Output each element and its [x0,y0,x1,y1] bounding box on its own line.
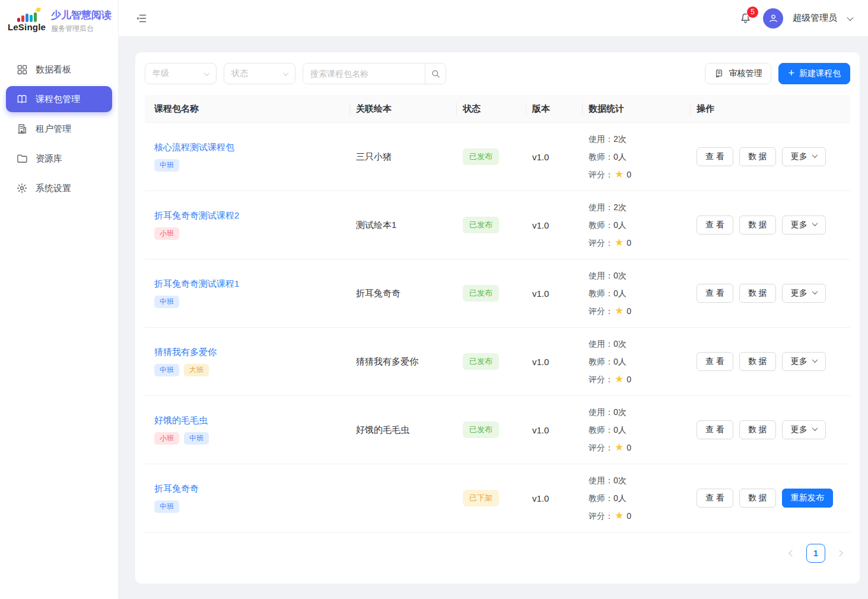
status-cell: 已发布 [463,285,532,302]
package-name-cell: 猜猜我有多爱你 中班大班 [145,347,356,377]
more-button[interactable]: 更多 [782,147,826,166]
menu-fold-icon[interactable] [133,10,150,27]
related-book: 三只小猪 [356,151,463,163]
avatar[interactable] [763,8,783,28]
rating-value: 0 [627,302,631,320]
more-button[interactable]: 更多 [782,215,826,234]
next-page-button[interactable] [837,551,842,556]
data-button[interactable]: 数 据 [739,420,776,439]
rating-value: 0 [627,166,631,183]
search-button[interactable] [425,64,446,84]
gear-icon [16,182,28,194]
course-package-link[interactable]: 折耳兔奇奇 [154,483,199,495]
version: v1.0 [532,289,589,299]
grade-select[interactable]: 年级 [145,63,217,84]
search-icon [431,69,441,79]
sidebar-item-tenants[interactable]: 租户管理 [6,116,112,142]
status-cell: 已发布 [463,148,532,165]
related-book: 好饿的毛毛虫 [356,424,463,436]
stats-cell: 使用：2次 教师：0人 评分：★0 [589,198,697,252]
action-buttons: 查 看数 据更多 [697,352,850,371]
republish-button[interactable]: 重新发布 [782,489,833,508]
stats-cell: 使用：0次 教师：0人 评分：★0 [589,267,697,320]
view-button[interactable]: 查 看 [697,147,733,166]
more-button[interactable]: 更多 [782,284,826,303]
star-icon: ★ [615,166,624,183]
top-bar: 5 超级管理员 [119,0,868,37]
related-book: 折耳兔奇奇 [356,288,463,299]
user-name[interactable]: 超级管理员 [793,12,837,24]
usage-value: 0次 [613,335,627,353]
table-row: 折耳兔奇奇 中班 已下架 v1.0 使用：0次 教师：0人 评分：★0 查 看数… [145,464,850,533]
status-badge: 已发布 [463,148,499,165]
star-icon: ★ [615,439,624,457]
table-row: 折耳兔奇奇测试课程2 小班 测试绘本1 已发布 v1.0 使用：2次 教师：0人… [145,191,850,259]
action-buttons: 查 看数 据更多 [697,284,850,303]
data-button[interactable]: 数 据 [739,215,776,234]
rating-label: 评分： [589,166,613,183]
version: v1.0 [532,152,589,162]
course-package-link[interactable]: 折耳兔奇奇测试课程2 [154,210,239,221]
status-cell: 已发布 [463,217,532,233]
sidebar-item-label: 课程包管理 [36,94,80,105]
search-input[interactable] [303,64,425,84]
more-button[interactable]: 更多 [782,352,826,371]
table-row: 折耳兔奇奇测试课程1 中班 折耳兔奇奇 已发布 v1.0 使用：0次 教师：0人… [145,259,850,328]
package-name-cell: 折耳兔奇奇测试课程2 小班 [145,210,356,240]
page-number-current[interactable]: 1 [806,544,825,563]
more-button[interactable]: 更多 [782,420,826,439]
sidebar-item-course-packages[interactable]: 课程包管理 [6,86,112,112]
data-button[interactable]: 数 据 [739,284,776,303]
sidebar-item-label: 资源库 [36,153,62,164]
teachers-label: 教师： [589,489,613,507]
data-button[interactable]: 数 据 [739,352,776,371]
status-select-value: 状态 [231,68,248,79]
chevron-down-icon [812,289,818,294]
view-button[interactable]: 查 看 [697,420,733,439]
sidebar-item-label: 租户管理 [36,123,71,135]
status-badge: 已发布 [463,421,499,438]
course-package-link[interactable]: 猜猜我有多爱你 [154,347,217,358]
view-button[interactable]: 查 看 [697,284,733,303]
course-package-link[interactable]: 折耳兔奇奇测试课程1 [154,278,239,290]
course-package-panel: 年级 状态 审核管理 [135,52,860,584]
create-package-label: 新建课程包 [799,68,841,79]
rating-value: 0 [627,507,631,525]
usage-label: 使用： [589,403,613,421]
status-select[interactable]: 状态 [224,63,295,84]
teachers-label: 教师： [589,421,613,439]
view-button[interactable]: 查 看 [697,215,733,234]
view-button[interactable]: 查 看 [697,352,733,371]
status-cell: 已发布 [463,421,532,438]
course-package-link[interactable]: 核心流程测试课程包 [154,142,234,153]
chevron-down-icon[interactable] [847,14,853,20]
chevron-down-icon [283,70,289,76]
course-package-link[interactable]: 好饿的毛毛虫 [154,415,208,426]
sidebar-nav: 数据看板 课程包管理 租户管理 资源库 系统设置 [0,42,118,203]
table-row: 核心流程测试课程包 中班 三只小猪 已发布 v1.0 使用：2次 教师：0人 评… [145,123,850,191]
view-button[interactable]: 查 看 [697,489,733,508]
status-badge: 已下架 [463,490,499,506]
related-book: 猜猜我有多爱你 [356,356,463,367]
teachers-value: 0人 [613,353,627,370]
prev-page-button[interactable] [790,551,794,556]
sidebar-item-settings[interactable]: 系统设置 [6,175,112,201]
tag-list: 中班 [154,159,356,172]
data-button[interactable]: 数 据 [739,489,776,508]
audit-manage-button[interactable]: 审核管理 [705,63,771,84]
brand: LeSingle 少儿智慧阅读 服务管理后台 [0,0,118,42]
sidebar-item-dashboard[interactable]: 数据看板 [6,56,112,83]
rating-label: 评分： [589,302,613,320]
version: v1.0 [532,493,589,503]
rating-label: 评分： [589,439,613,457]
notification-bell-icon[interactable]: 5 [737,10,753,27]
teachers-value: 0人 [613,489,627,507]
stats-cell: 使用：0次 教师：0人 评分：★0 [589,335,697,388]
package-name-cell: 好饿的毛毛虫 小班中班 [145,415,356,445]
rating-value: 0 [627,234,631,252]
data-button[interactable]: 数 据 [739,147,776,166]
filter-bar: 年级 状态 审核管理 [135,52,860,84]
create-package-button[interactable]: + 新建课程包 [778,63,850,84]
sidebar-item-resources[interactable]: 资源库 [6,145,112,172]
version: v1.0 [532,425,589,435]
